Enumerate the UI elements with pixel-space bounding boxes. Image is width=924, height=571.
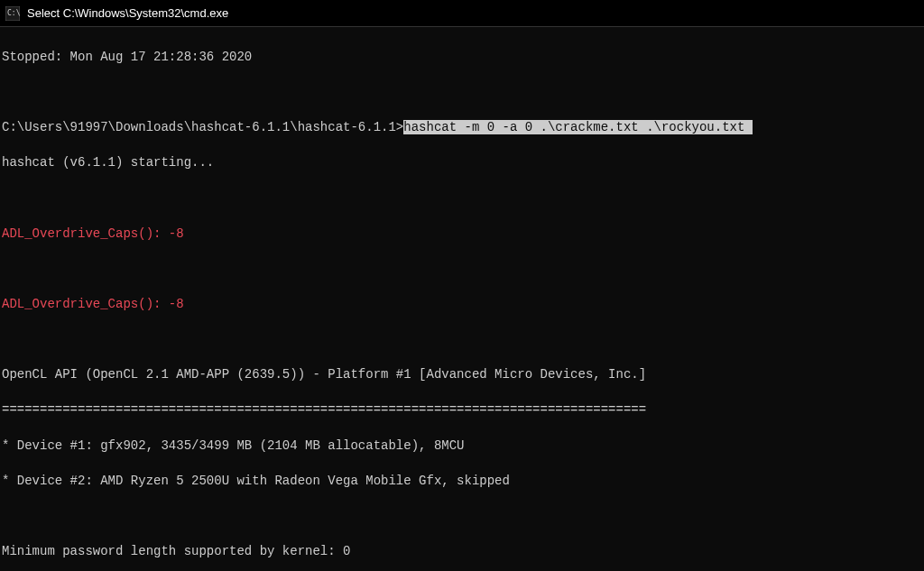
- output-line: * Device #2: AMD Ryzen 5 2500U with Rade…: [2, 473, 922, 491]
- prompt-path: C:\Users\91997\Downloads\hashcat-6.1.1\h…: [2, 120, 403, 134]
- prompt-command-line: C:\Users\91997\Downloads\hashcat-6.1.1\h…: [2, 119, 922, 137]
- error-line: ADL_Overdrive_Caps(): -8: [2, 226, 922, 244]
- output-line: [2, 84, 922, 102]
- window-titlebar[interactable]: C:\ Select C:\Windows\System32\cmd.exe: [0, 0, 924, 27]
- cmd-icon: C:\: [5, 6, 20, 21]
- window-title: Select C:\Windows\System32\cmd.exe: [27, 6, 228, 20]
- output-line: Minimum password length supported by ker…: [2, 543, 922, 561]
- output-line: Stopped: Mon Aug 17 21:28:36 2020: [2, 49, 922, 67]
- output-line: [2, 508, 922, 526]
- error-line: ADL_Overdrive_Caps(): -8: [2, 296, 922, 314]
- output-line: * Device #1: gfx902, 3435/3499 MB (2104 …: [2, 437, 922, 456]
- svg-text:C:\: C:\: [7, 9, 20, 17]
- output-line: [2, 189, 922, 207]
- output-line: [2, 261, 922, 279]
- selected-command[interactable]: hashcat -m 0 -a 0 .\crackme.txt .\rockyo…: [403, 120, 752, 134]
- separator-line: ========================================…: [2, 401, 922, 419]
- output-line: [2, 331, 922, 349]
- output-line: hashcat (v6.1.1) starting...: [2, 154, 922, 172]
- terminal-output[interactable]: Stopped: Mon Aug 17 21:28:36 2020 C:\Use…: [0, 27, 924, 571]
- output-line: OpenCL API (OpenCL 2.1 AMD-APP (2639.5))…: [2, 366, 922, 384]
